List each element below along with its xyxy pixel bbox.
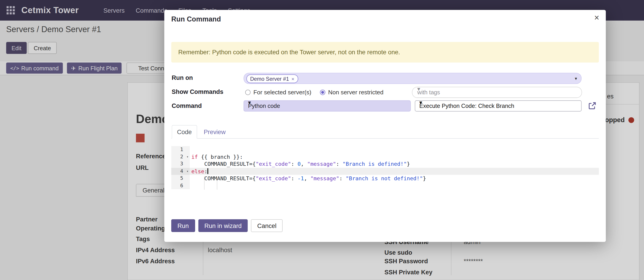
close-icon[interactable]: ×	[594, 13, 599, 22]
cancel-button[interactable]: Cancel	[251, 219, 283, 232]
run-command-button[interactable]: </> Run command	[6, 62, 63, 73]
gutter-line-1: 1	[171, 146, 190, 153]
run-on-label: Run on	[172, 74, 193, 81]
with-tags-select[interactable]: with tags ▾	[412, 87, 582, 98]
gutter-line-5: 5	[171, 175, 190, 182]
external-link-icon[interactable]	[588, 101, 596, 110]
run-command-label: Run command	[21, 65, 59, 71]
right-column-divider	[451, 236, 452, 275]
nav-item-servers[interactable]: Servers	[104, 7, 125, 14]
ssh-password-value: ********	[464, 258, 483, 265]
create-button[interactable]: Create	[28, 42, 57, 54]
modal-title: Run Command	[171, 15, 221, 23]
edit-button[interactable]: Edit	[6, 42, 27, 54]
chevron-down-icon: ▾	[575, 76, 577, 81]
gutter-line-3: 3	[171, 160, 190, 168]
code-line-6[interactable]	[190, 182, 599, 189]
code-line-5[interactable]: COMMAND_RESULT={"exit_code": -1, "messag…	[190, 175, 599, 182]
ipv4-value: localhost	[208, 246, 232, 253]
partner-label: Partner	[136, 216, 158, 223]
command-type-select[interactable]: Python code ▾	[244, 100, 411, 111]
command-name-combo[interactable]: Execute Python Code: Check Branch ▾	[415, 100, 582, 111]
run-button[interactable]: Run	[171, 219, 195, 232]
radio-non-server-restricted-label[interactable]: Non server restricted	[328, 89, 384, 95]
run-flight-plan-label: Run Flight Plan	[78, 65, 118, 71]
warning-alert: Remember: Python code is executed on the…	[171, 42, 598, 63]
tags-label: Tags	[136, 235, 150, 242]
nav-item-commands[interactable]: Commands	[136, 7, 167, 14]
run-flight-plan-button[interactable]: ✈ Run Flight Plan	[67, 62, 122, 73]
url-label: URL	[136, 164, 148, 171]
editor-gutter: 12▾34▾56	[171, 146, 190, 189]
tab-code[interactable]: Code	[172, 125, 197, 139]
run-in-wizard-button[interactable]: Run in wizard	[198, 219, 248, 232]
command-label: Command	[172, 102, 202, 109]
warning-alert-text: Remember: Python code is executed on the…	[178, 42, 400, 63]
reference-label: Reference	[136, 153, 166, 160]
tab-general-label: General	[142, 187, 164, 194]
apps-menu-icon[interactable]	[6, 6, 15, 15]
breadcrumb[interactable]: Servers / Demo Server #1	[6, 25, 101, 34]
ssh-password-label: SSH Password	[384, 258, 428, 265]
screen: Cetmix Tower Servers Commands Files Tool…	[0, 0, 644, 280]
corner-button-fragment[interactable]: es	[607, 92, 614, 99]
fold-caret-icon[interactable]: ▾	[186, 153, 188, 161]
color-swatch[interactable]	[136, 134, 144, 142]
radio-non-server-restricted[interactable]	[320, 90, 326, 95]
tabs-divider	[171, 138, 598, 139]
use-sudo-label: Use sudo	[384, 249, 412, 256]
ipv4-label: IPv4 Address	[136, 246, 175, 253]
code-tag-icon: </>	[10, 65, 19, 71]
plane-icon: ✈	[71, 65, 76, 71]
ssh-private-key-label: SSH Private Key	[384, 269, 432, 276]
run-on-multiselect[interactable]: Demo Server #1 × ▾	[244, 73, 582, 84]
run-command-modal: Run Command × Remember: Python code is e…	[164, 10, 606, 242]
code-line-1[interactable]	[190, 146, 599, 153]
tab-preview[interactable]: Preview	[204, 128, 226, 135]
code-line-4[interactable]: else:	[190, 168, 599, 175]
server-chip-label: Demo Server #1	[250, 76, 289, 82]
modal-footer: Run Run in wizard Cancel	[171, 219, 282, 232]
chevron-down-icon: ▾	[248, 99, 406, 106]
text-cursor	[208, 168, 208, 174]
gutter-line-2[interactable]: 2▾	[171, 153, 190, 161]
radio-for-selected-servers-label[interactable]: For selected server(s)	[253, 89, 311, 95]
brand[interactable]: Cetmix Tower	[22, 6, 79, 15]
show-commands-label: Show Commands	[172, 88, 223, 95]
ipv6-label: IPv6 Address	[136, 258, 175, 265]
code-line-3[interactable]: COMMAND_RESULT={"exit_code": 0, "message…	[190, 160, 599, 168]
status-dot-icon	[628, 117, 634, 123]
code-editor[interactable]: 12▾34▾56 if {{ branch }}: COMMAND_RESULT…	[171, 146, 598, 190]
chevron-down-icon: ▾	[417, 85, 578, 92]
operating-system-label: Operating	[136, 225, 165, 232]
show-commands-radios: For selected server(s) Non server restri…	[244, 87, 412, 98]
fold-caret-icon[interactable]: ▾	[186, 168, 188, 175]
server-chip[interactable]: Demo Server #1 ×	[246, 74, 298, 83]
radio-for-selected-servers[interactable]	[245, 90, 251, 95]
gutter-line-6: 6	[171, 182, 190, 189]
gutter-line-4[interactable]: 4▾	[171, 168, 190, 175]
indent-guide	[217, 176, 217, 190]
indent-guide	[204, 176, 204, 190]
chip-remove-icon[interactable]: ×	[292, 76, 294, 82]
code-line-2[interactable]: if {{ branch }}:	[190, 153, 599, 161]
editor-code-area[interactable]: if {{ branch }}: COMMAND_RESULT={"exit_c…	[190, 146, 599, 189]
chevron-down-icon: ▾	[419, 99, 577, 106]
